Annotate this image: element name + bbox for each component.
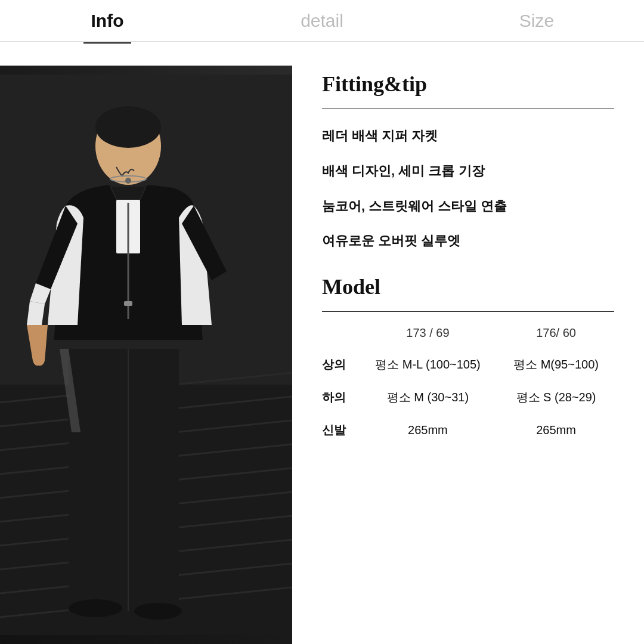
table-col2-header: 176/ 60	[498, 318, 614, 348]
model-divider	[322, 311, 614, 312]
tab-detail[interactable]: detail	[215, 0, 429, 43]
table-header-label	[322, 318, 358, 348]
svg-point-21	[125, 178, 131, 184]
list-item: 눔코어, 스트릿웨어 스타일 연출	[322, 197, 614, 216]
table-row: 상의 평소 M-L (100~105) 평소 M(95~100)	[322, 348, 614, 381]
product-image	[0, 66, 292, 644]
svg-point-23	[134, 603, 182, 620]
list-item: 여유로운 오버핏 실루엣	[322, 232, 614, 250]
svg-point-22	[69, 599, 122, 617]
right-panel: Fitting&tip 레더 배색 지퍼 자켓 배색 디자인, 세미 크롭 기장…	[292, 66, 644, 644]
model-title: Model	[322, 274, 614, 299]
table-row: 하의 평소 M (30~31) 평소 S (28~29)	[322, 381, 614, 414]
main-content: Fitting&tip 레더 배색 지퍼 자켓 배색 디자인, 세미 크롭 기장…	[0, 42, 644, 644]
row-col2: 평소 M(95~100)	[498, 348, 614, 381]
list-item: 배색 디자인, 세미 크롭 기장	[322, 162, 614, 181]
row-col1: 265mm	[358, 414, 498, 447]
table-col1-header: 173 / 69	[358, 318, 498, 348]
row-col2: 평소 S (28~29)	[498, 381, 614, 414]
svg-rect-16	[124, 301, 132, 306]
list-item: 레더 배색 지퍼 자켓	[322, 127, 614, 145]
row-col1: 평소 M-L (100~105)	[358, 348, 498, 381]
table-row: 신발 265mm 265mm	[322, 414, 614, 447]
fitting-section: Fitting&tip 레더 배색 지퍼 자켓 배색 디자인, 세미 크롭 기장…	[322, 72, 614, 250]
svg-point-13	[95, 106, 161, 148]
svg-rect-17	[69, 343, 179, 611]
fitting-title: Fitting&tip	[322, 72, 614, 97]
row-col2: 265mm	[498, 414, 614, 447]
row-label: 신발	[322, 414, 358, 447]
model-table: 173 / 69 176/ 60 상의 평소 M-L (100~105) 평소 …	[322, 318, 614, 447]
fitting-divider	[322, 109, 614, 109]
row-col1: 평소 M (30~31)	[358, 381, 498, 414]
svg-rect-19	[48, 340, 203, 349]
tab-bar: Info detail Size	[0, 0, 644, 42]
tab-size[interactable]: Size	[429, 0, 644, 43]
fitting-list: 레더 배색 지퍼 자켓 배색 디자인, 세미 크롭 기장 눔코어, 스트릿웨어 …	[322, 127, 614, 250]
model-section: Model 173 / 69 176/ 60 상의 평소 M-L (100~10…	[322, 274, 614, 447]
row-label: 하의	[322, 381, 358, 414]
table-header-row: 173 / 69 176/ 60	[322, 318, 614, 348]
tab-info[interactable]: Info	[0, 0, 215, 43]
row-label: 상의	[322, 348, 358, 381]
